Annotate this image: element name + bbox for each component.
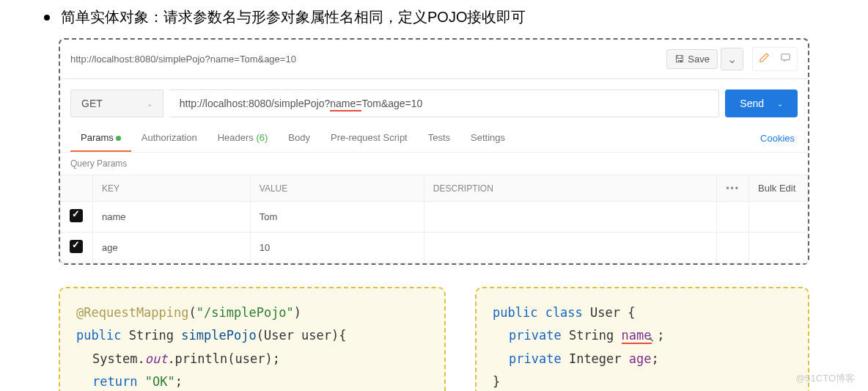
tab-settings[interactable]: Settings [460,125,515,152]
bullet-icon [44,15,50,21]
code-box-pojo: public class User { private String name↖… [475,287,809,391]
watermark: @51CTO博客 [795,372,855,385]
col-value: VALUE [250,175,424,202]
url-bar-top: http://localhost:8080/simplePojo?name=To… [60,40,808,79]
chevron-down-icon: ⌄ [147,100,152,108]
save-label: Save [688,54,710,65]
more-icon[interactable]: ••• [726,183,740,194]
cursor-icon: ↖ [649,330,655,348]
send-button[interactable]: Send ⌄ [725,89,798,117]
postman-panel: http://localhost:8080/simplePojo?name=To… [59,38,809,265]
checkbox[interactable] [70,240,83,253]
param-value-cell[interactable]: 10 [250,233,424,263]
tab-headers[interactable]: Headers (6) [207,125,279,152]
params-table: KEY VALUE DESCRIPTION ••• Bulk Edit name… [60,175,808,263]
tab-prerequest[interactable]: Pre-request Script [320,125,418,152]
col-key: KEY [93,175,251,202]
heading-text: 简单实体对象：请求参数名与形参对象属性名相同，定义POJO接收即可 [61,7,526,27]
url-title-text: http://localhost:8080/simplePojo?name=To… [70,54,666,65]
svg-rect-0 [781,54,790,60]
tab-tests[interactable]: Tests [418,125,460,152]
save-icon: 🖫 [674,54,684,65]
table-row: age 10 [61,233,808,263]
query-params-label: Query Params [60,153,808,175]
param-desc-cell[interactable] [424,233,717,263]
tab-body[interactable]: Body [278,125,320,152]
tab-authorization[interactable]: Authorization [131,125,207,152]
col-description: DESCRIPTION [424,175,717,202]
active-dot-icon [116,136,121,141]
param-desc-cell[interactable] [424,202,717,233]
code-box-controller: @RequestMapping("/simplePojo") public St… [59,287,446,391]
param-key-cell[interactable]: age [93,233,251,263]
url-input[interactable]: http://localhost:8080/simplePojo?name=To… [169,89,720,117]
bulk-edit-link[interactable]: Bulk Edit [758,183,795,194]
tab-params[interactable]: Params [70,125,131,152]
save-button[interactable]: 🖫 Save [666,49,718,69]
cookies-link[interactable]: Cookies [757,125,798,151]
send-label: Send [740,98,764,109]
tabs-row: Params Authorization Headers (6) Body Pr… [60,125,808,153]
checkbox[interactable] [70,209,83,222]
edit-icon[interactable] [754,49,774,69]
save-dropdown-button[interactable]: ⌄ [721,48,743,70]
param-key-cell[interactable]: name [93,202,251,233]
param-value-cell[interactable]: Tom [250,202,424,233]
method-label: GET [81,98,103,109]
comment-icon[interactable] [776,49,795,69]
chevron-down-icon: ⌄ [777,100,783,108]
http-method-select[interactable]: GET ⌄ [70,89,163,117]
table-row: name Tom [61,202,808,233]
chevron-down-icon: ⌄ [727,53,737,65]
